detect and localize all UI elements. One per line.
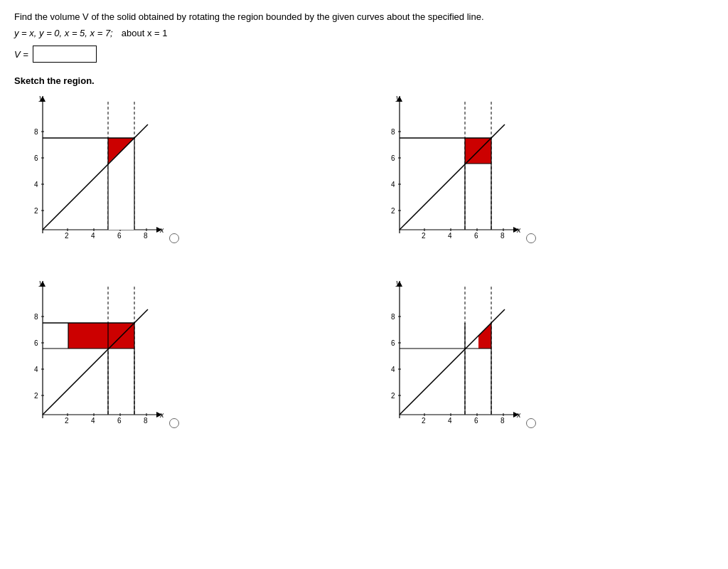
radio-1[interactable] (169, 233, 179, 243)
main-text: Find the volume V of the solid obtained … (14, 11, 714, 22)
svg-text:4: 4 (34, 181, 38, 188)
svg-text:6: 6 (474, 232, 478, 240)
svg-text:4: 4 (91, 232, 95, 240)
svg-text:8: 8 (34, 313, 38, 321)
svg-rect-117 (478, 336, 491, 349)
svg-text:6: 6 (117, 417, 122, 425)
graphs-grid: x y 2 4 6 8 2 4 6 8 (14, 95, 714, 443)
svg-text:6: 6 (474, 417, 478, 425)
svg-text:6: 6 (34, 339, 38, 347)
radio-4[interactable] (526, 418, 536, 428)
svg-text:4: 4 (34, 366, 38, 373)
svg-text:2: 2 (391, 207, 395, 215)
graph-2: x y 2 4 6 8 2 4 6 8 (371, 95, 520, 258)
graph-svg-2: x y 2 4 6 8 2 4 6 8 (371, 95, 520, 258)
svg-text:8: 8 (144, 232, 148, 240)
graph-svg-3: x y 2 4 6 8 2 4 6 8 (14, 280, 164, 443)
svg-text:2: 2 (65, 417, 69, 425)
graph-container-3: x y 2 4 6 8 2 4 6 8 (14, 280, 357, 443)
svg-line-118 (400, 309, 505, 415)
svg-text:2: 2 (65, 232, 69, 240)
svg-text:2: 2 (34, 392, 38, 400)
graph-3: x y 2 4 6 8 2 4 6 8 (14, 280, 164, 443)
radio-2[interactable] (526, 233, 536, 243)
graph-1: x y 2 4 6 8 2 4 6 8 (14, 95, 164, 258)
graph-container-4: x y 2 4 6 8 2 4 6 8 (371, 280, 714, 443)
svg-text:x: x (159, 410, 164, 419)
svg-text:8: 8 (144, 417, 148, 425)
volume-input[interactable] (33, 46, 97, 63)
svg-text:4: 4 (448, 417, 452, 425)
graph-container-2: x y 2 4 6 8 2 4 6 8 (371, 95, 714, 258)
graph-svg-1: x y 2 4 6 8 2 4 6 8 (14, 95, 164, 258)
svg-text:6: 6 (391, 339, 395, 347)
svg-text:4: 4 (391, 181, 395, 188)
svg-text:8: 8 (34, 128, 38, 136)
svg-text:4: 4 (448, 232, 452, 240)
problem-statement: Find the volume V of the solid obtained … (14, 11, 714, 38)
svg-text:4: 4 (391, 366, 395, 373)
svg-text:6: 6 (391, 154, 395, 162)
svg-text:2: 2 (34, 207, 38, 215)
svg-text:x: x (516, 225, 520, 234)
sketch-label: Sketch the region. (14, 75, 714, 86)
graph-container-1: x y 2 4 6 8 2 4 6 8 (14, 95, 357, 258)
svg-text:8: 8 (391, 313, 395, 321)
svg-text:x: x (159, 225, 164, 234)
svg-text:4: 4 (91, 417, 95, 425)
radio-3[interactable] (169, 418, 179, 428)
svg-text:6: 6 (117, 232, 122, 240)
equation-text: y = x, y = 0, x = 5, x = 7; (14, 28, 113, 38)
svg-text:2: 2 (422, 417, 426, 425)
v-label: V = (14, 49, 28, 60)
svg-line-56 (400, 124, 505, 230)
svg-text:2: 2 (391, 392, 395, 400)
svg-text:x: x (516, 410, 520, 419)
svg-text:8: 8 (391, 128, 395, 136)
graph-svg-4: x y 2 4 6 8 2 4 6 8 (371, 280, 520, 443)
about-text: about x = 1 (122, 28, 168, 38)
svg-text:8: 8 (500, 417, 505, 425)
svg-text:8: 8 (500, 232, 505, 240)
svg-text:6: 6 (34, 154, 38, 162)
graph-4: x y 2 4 6 8 2 4 6 8 (371, 280, 520, 443)
svg-rect-85 (68, 323, 134, 349)
svg-text:2: 2 (422, 232, 426, 240)
